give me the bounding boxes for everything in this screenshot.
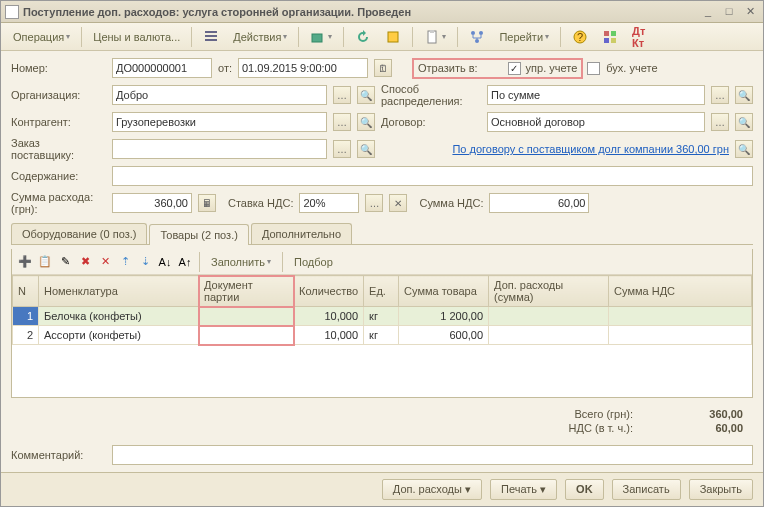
reflect-label: Отразить в: xyxy=(418,62,478,74)
tab-equipment[interactable]: Оборудование (0 поз.) xyxy=(11,223,147,244)
main-window: Поступление доп. расходов: услуга сторон… xyxy=(0,0,764,507)
post-icon[interactable]: ▾ xyxy=(304,26,338,48)
number-input[interactable]: ДО000000001 xyxy=(112,58,212,78)
svg-text:?: ? xyxy=(577,31,583,43)
debt-open-icon[interactable]: 🔍 xyxy=(735,140,753,158)
comment-input[interactable] xyxy=(112,445,753,465)
total-value: 360,00 xyxy=(663,408,743,420)
content-label: Содержание: xyxy=(11,170,106,182)
svg-rect-12 xyxy=(604,31,609,36)
col-qty[interactable]: Количество xyxy=(294,276,364,307)
ledger-icon[interactable] xyxy=(379,26,407,48)
refresh-icon[interactable] xyxy=(349,26,377,48)
maximize-button[interactable]: □ xyxy=(720,4,738,20)
vat-rate-clear-icon[interactable]: ✕ xyxy=(389,194,407,212)
method-input[interactable]: По сумме xyxy=(487,85,705,105)
svg-point-7 xyxy=(471,31,475,35)
print-button[interactable]: Печать ▾ xyxy=(490,479,557,500)
goto-menu[interactable]: Перейти▾ xyxy=(493,26,555,48)
order-open-icon[interactable]: 🔍 xyxy=(357,140,375,158)
comment-label: Комментарий: xyxy=(11,449,106,461)
col-nomenclature[interactable]: Номенклатура xyxy=(39,276,199,307)
operation-menu[interactable]: Операция▾ xyxy=(7,26,76,48)
date-picker-icon[interactable]: 🗓 xyxy=(374,59,392,77)
sort-asc-icon[interactable]: A↓ xyxy=(156,253,174,271)
clipboard-icon[interactable]: ▾ xyxy=(418,26,452,48)
col-goods-sum[interactable]: Сумма товара xyxy=(399,276,489,307)
tabs: Оборудование (0 поз.) Товары (2 поз.) До… xyxy=(11,223,753,245)
main-toolbar: Операция▾ Цены и валюта... Действия▾ ▾ ▾… xyxy=(1,23,763,51)
vat-total-label: НДС (в т. ч.): xyxy=(569,422,633,434)
org-label: Организация: xyxy=(11,89,106,101)
mgmt-checkbox[interactable]: ✓ xyxy=(508,62,521,75)
close-form-button[interactable]: Закрыть xyxy=(689,479,753,500)
org-input[interactable]: Добро xyxy=(112,85,327,105)
accounting-checkbox[interactable] xyxy=(587,62,600,75)
copy-icon[interactable]: 📋 xyxy=(36,253,54,271)
vat-sum-input[interactable]: 60,00 xyxy=(489,193,589,213)
table-row[interactable]: 1 Белочка (конфеты) 10,000 кг 1 200,00 xyxy=(13,307,752,326)
method-label: Способ распределения: xyxy=(381,83,481,107)
actions-menu[interactable]: Действия▾ xyxy=(227,26,293,48)
goods-grid: N Номенклатура Документ партии Количеств… xyxy=(12,275,752,345)
edit-icon[interactable]: ✎ xyxy=(56,253,74,271)
help-icon[interactable]: ? xyxy=(566,26,594,48)
table-toolbar: ➕ 📋 ✎ ✖ ✕ ⇡ ⇣ A↓ A↑ Заполнить▾ Подбор xyxy=(12,249,752,275)
org-select-icon[interactable]: … xyxy=(333,86,351,104)
vat-total-value: 60,00 xyxy=(663,422,743,434)
col-vat[interactable]: Сумма НДС xyxy=(609,276,752,307)
tab-goods[interactable]: Товары (2 поз.) xyxy=(149,224,248,245)
date-input[interactable]: 01.09.2015 9:00:00 xyxy=(238,58,368,78)
order-input[interactable] xyxy=(112,139,327,159)
delete-icon[interactable]: ✖ xyxy=(76,253,94,271)
add-icon[interactable]: ➕ xyxy=(16,253,34,271)
col-addexp[interactable]: Доп. расходы (сумма) xyxy=(489,276,609,307)
contract-input[interactable]: Основной договор xyxy=(487,112,705,132)
content-input[interactable] xyxy=(112,166,753,186)
fill-menu[interactable]: Заполнить▾ xyxy=(205,251,277,273)
prices-button[interactable]: Цены и валюта... xyxy=(87,26,186,48)
vat-rate-select-icon[interactable]: … xyxy=(365,194,383,212)
col-unit[interactable]: Ед. xyxy=(364,276,399,307)
save-button[interactable]: Записать xyxy=(612,479,681,500)
table-row[interactable]: 2 Ассорти (конфеты) 10,000 кг 600,00 xyxy=(13,326,752,345)
goods-pane: ➕ 📋 ✎ ✖ ✕ ⇡ ⇣ A↓ A↑ Заполнить▾ Подбор N xyxy=(11,249,753,398)
contract-open-icon[interactable]: 🔍 xyxy=(735,113,753,131)
close-button[interactable]: ✕ xyxy=(741,4,759,20)
totals: Всего (грн):360,00 НДС (в т. ч.):60,00 xyxy=(11,402,753,440)
sum-input[interactable]: 360,00 xyxy=(112,193,192,213)
calc-icon[interactable]: 🖩 xyxy=(198,194,216,212)
debt-link[interactable]: По договору с поставщиком долг компании … xyxy=(452,143,729,155)
settings-icon[interactable] xyxy=(596,26,624,48)
minimize-button[interactable]: _ xyxy=(699,4,717,20)
col-n[interactable]: N xyxy=(13,276,39,307)
ok-button[interactable]: OK xyxy=(565,479,604,500)
counterparty-label: Контрагент: xyxy=(11,116,106,128)
org-open-icon[interactable]: 🔍 xyxy=(357,86,375,104)
list-icon[interactable] xyxy=(197,26,225,48)
counterparty-select-icon[interactable]: … xyxy=(333,113,351,131)
method-open-icon[interactable]: 🔍 xyxy=(735,86,753,104)
svg-rect-3 xyxy=(312,34,322,42)
form-content: Номер: ДО000000001 от: 01.09.2015 9:00:0… xyxy=(1,51,763,472)
mgmt-label: упр. учете xyxy=(526,62,578,74)
move-up-icon[interactable]: ⇡ xyxy=(116,253,134,271)
sort-desc-icon[interactable]: A↑ xyxy=(176,253,194,271)
clear-icon[interactable]: ✕ xyxy=(96,253,114,271)
grid-wrap[interactable]: N Номенклатура Документ партии Количеств… xyxy=(12,275,752,397)
addexp-button[interactable]: Доп. расходы ▾ xyxy=(382,479,482,500)
window-title: Поступление доп. расходов: услуга сторон… xyxy=(23,6,699,18)
tab-additional[interactable]: Дополнительно xyxy=(251,223,352,244)
contract-select-icon[interactable]: … xyxy=(711,113,729,131)
order-select-icon[interactable]: … xyxy=(333,140,351,158)
method-select-icon[interactable]: … xyxy=(711,86,729,104)
vat-rate-input[interactable]: 20% xyxy=(299,193,359,213)
counterparty-open-icon[interactable]: 🔍 xyxy=(357,113,375,131)
structure-icon[interactable] xyxy=(463,26,491,48)
move-down-icon[interactable]: ⇣ xyxy=(136,253,154,271)
select-button[interactable]: Подбор xyxy=(288,251,339,273)
counterparty-input[interactable]: Грузоперевозки xyxy=(112,112,327,132)
col-partydoc[interactable]: Документ партии xyxy=(199,276,294,307)
dt-kt-icon[interactable]: ДтКт xyxy=(626,26,651,48)
vat-sum-label: Сумма НДС: xyxy=(419,197,483,209)
